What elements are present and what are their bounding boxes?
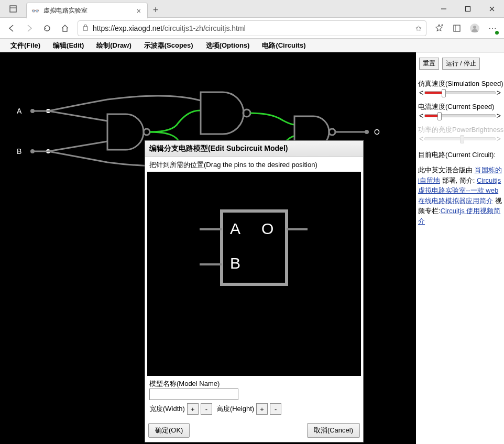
address-bar[interactable]: https://exp.xiaogd.net/circuitjs1-zh/cir…: [78, 20, 426, 36]
svg-rect-0: [10, 6, 16, 12]
current-speed-inc[interactable]: >: [496, 112, 502, 120]
label-a: A: [17, 107, 21, 115]
pin-b-label[interactable]: B: [230, 254, 240, 272]
circuit-canvas[interactable]: A B O 编辑分支电路模型(Edit Subcircuit Model) 把针…: [0, 52, 416, 444]
url-text: https://exp.xiaogd.net/circuitjs1-zh/cir…: [93, 24, 415, 32]
svg-rect-6: [83, 27, 87, 30]
width-plus-button[interactable]: +: [187, 403, 199, 415]
subcircuit-canvas[interactable]: A O B: [147, 172, 361, 376]
refresh-button[interactable]: [39, 20, 56, 37]
current-speed-slider[interactable]: [424, 114, 496, 117]
menu-circuits[interactable]: 电路(Circuits): [256, 41, 312, 50]
model-name-input[interactable]: [149, 389, 238, 400]
current-speed-label: 电流速度(Current Speed): [418, 102, 502, 112]
current-speed-dec[interactable]: <: [418, 112, 424, 120]
sim-speed-inc[interactable]: >: [496, 88, 502, 97]
collections-icon[interactable]: [448, 20, 465, 37]
new-tab-button[interactable]: +: [148, 0, 163, 18]
svg-rect-3: [466, 6, 470, 11]
browser-tab[interactable]: 👓 虚拟电路实验室 ×: [26, 3, 148, 18]
window-maximize-button[interactable]: [456, 0, 480, 17]
tab-actions-icon[interactable]: [0, 0, 26, 18]
pin-o-label[interactable]: O: [261, 220, 273, 238]
back-button[interactable]: [3, 20, 20, 37]
more-icon[interactable]: ⋯: [484, 20, 501, 37]
sim-speed-label: 仿真速度(Simulation Speed): [418, 79, 502, 88]
app-menubar: 文件(File) 编辑(Edit) 绘制(Draw) 示波器(Scopes) 选…: [0, 39, 504, 52]
pin-a-label[interactable]: A: [230, 220, 240, 238]
label-o: O: [374, 128, 380, 136]
brightness-inc: >: [496, 135, 502, 143]
svg-point-24: [365, 130, 369, 134]
height-label: 高度(Height): [216, 404, 254, 414]
width-label: 宽度(Width): [149, 404, 185, 414]
menu-options[interactable]: 选项(Options): [200, 41, 256, 50]
window-minimize-button[interactable]: [432, 0, 456, 17]
sim-speed-dec[interactable]: <: [418, 88, 424, 97]
lock-icon: [82, 24, 89, 32]
sim-speed-slider[interactable]: [424, 91, 496, 94]
brightness-dec: <: [418, 135, 424, 143]
ok-button[interactable]: 确定(OK): [148, 423, 190, 438]
label-b: B: [17, 147, 21, 156]
width-minus-button[interactable]: -: [201, 403, 212, 415]
dialog-hint: 把针到所需的位置(Drag the pins to the desired po…: [147, 159, 361, 172]
home-button[interactable]: [57, 20, 73, 37]
favicon-icon: 👓: [31, 7, 39, 15]
tab-close-icon[interactable]: ×: [135, 7, 143, 15]
brightness-slider: [424, 137, 496, 140]
profile-icon[interactable]: [466, 20, 483, 37]
svg-rect-9: [454, 25, 460, 31]
window-close-button[interactable]: [480, 0, 504, 17]
menu-draw[interactable]: 绘制(Draw): [90, 41, 137, 50]
current-circuit-label: 目前电路(Current Circuit):: [418, 150, 502, 160]
run-stop-button[interactable]: 运行 / 停止: [442, 58, 480, 70]
height-minus-button[interactable]: -: [270, 403, 281, 415]
svg-point-19: [144, 129, 150, 135]
cancel-button[interactable]: 取消(Cancel): [307, 423, 360, 438]
dialog-title: 编辑分支电路模型(Edit Subcircuit Model): [145, 141, 363, 157]
reader-icon[interactable]: ✩: [415, 24, 422, 32]
menu-edit[interactable]: 编辑(Edit): [47, 41, 90, 50]
reset-button[interactable]: 重置: [419, 58, 439, 70]
model-name-label: 模型名称(Model Name): [149, 380, 220, 387]
favorites-icon[interactable]: [431, 20, 447, 37]
height-plus-button[interactable]: +: [256, 403, 268, 415]
svg-point-12: [473, 26, 476, 29]
about-paragraph: 此中英文混合版由 肖国栋的i自留地 部署, 简介: Circuitjs 虚拟电路…: [418, 165, 502, 226]
brightness-label: 功率的亮度PowerBrightness: [418, 125, 502, 135]
edit-subcircuit-dialog: 编辑分支电路模型(Edit Subcircuit Model) 把针到所需的位置…: [145, 140, 364, 442]
svg-point-22: [329, 129, 335, 135]
sidebar: 重置 运行 / 停止 仿真速度(Simulation Speed) < > 电流…: [416, 52, 504, 444]
menu-file[interactable]: 文件(File): [4, 41, 47, 50]
menu-scopes[interactable]: 示波器(Scopes): [138, 41, 200, 50]
tab-title: 虚拟电路实验室: [43, 6, 135, 15]
forward-button[interactable]: [21, 20, 38, 37]
